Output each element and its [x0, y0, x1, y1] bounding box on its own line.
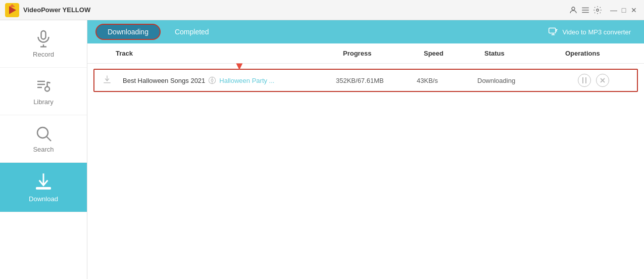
converter-button[interactable]: Video to MP3 converter — [543, 25, 636, 39]
pause-button[interactable] — [578, 74, 591, 87]
title-bar: VideoPower YELLOW — □ ✕ — [0, 0, 644, 20]
sidebar-record-label: Record — [33, 51, 54, 58]
sidebar-item-download[interactable]: Download — [0, 163, 87, 212]
table-row: Best Halloween Songs 2021 Halloween Part… — [93, 69, 638, 92]
row-download-icon — [103, 75, 123, 86]
converter-icon — [548, 27, 558, 37]
svg-point-17 — [37, 127, 48, 138]
track-cell: Best Halloween Songs 2021 Halloween Part… — [123, 76, 336, 84]
svg-rect-20 — [549, 28, 556, 33]
library-icon — [34, 77, 53, 95]
mic-icon — [34, 29, 53, 48]
svg-point-7 — [597, 9, 599, 11]
app-title: VideoPower YELLOW — [23, 6, 568, 14]
sidebar-item-library[interactable]: Library — [0, 68, 87, 115]
app-logo — [5, 3, 19, 17]
col-speed: Speed — [424, 48, 484, 59]
main-content: Downloading Completed Video to MP3 conve… — [87, 20, 644, 279]
col-progress: Progress — [343, 48, 424, 59]
col-operations: Operations — [565, 48, 636, 59]
converter-label: Video to MP3 converter — [562, 28, 631, 36]
app-body: Record Library Search — [0, 20, 644, 279]
sidebar-library-label: Library — [33, 98, 54, 106]
close-button[interactable]: ✕ — [629, 5, 639, 15]
col-track: Track — [116, 48, 343, 59]
svg-line-18 — [47, 137, 51, 141]
speed-cell: 43KB/s — [417, 77, 477, 84]
tab-downloading[interactable]: Downloading — [95, 24, 161, 40]
list-button[interactable] — [580, 5, 590, 15]
col-icon — [95, 48, 116, 59]
progress-cell: 352KB/67.61MB — [336, 77, 417, 84]
cancel-button[interactable] — [596, 74, 609, 87]
download-icon — [33, 172, 54, 192]
svg-point-3 — [572, 7, 575, 10]
profile-button[interactable] — [568, 5, 578, 15]
svg-point-23 — [211, 79, 213, 81]
settings-button[interactable] — [592, 5, 603, 15]
table-header: Track Progress Speed Status Operations — [87, 43, 644, 64]
down-arrow-icon: ▼ — [234, 60, 245, 73]
sidebar-search-label: Search — [33, 146, 54, 153]
track-name: Best Halloween Songs 2021 — [123, 77, 205, 84]
sidebar: Record Library Search — [0, 20, 87, 279]
svg-rect-8 — [41, 31, 46, 39]
sidebar-download-label: Download — [29, 195, 58, 203]
svg-point-14 — [45, 87, 49, 91]
svg-rect-19 — [36, 187, 51, 190]
svg-line-16 — [47, 82, 51, 83]
sidebar-item-record[interactable]: Record — [0, 20, 87, 68]
maximize-button[interactable]: □ — [619, 5, 629, 15]
table-area: Track Progress Speed Status Operations ▼ — [87, 43, 644, 279]
tab-completed[interactable]: Completed — [164, 25, 220, 39]
status-cell: Downloading — [477, 77, 558, 84]
minimize-button[interactable]: — — [609, 5, 619, 15]
operations-cell — [558, 74, 629, 87]
track-playlist: Halloween Party ... — [219, 77, 274, 84]
tab-bar: Downloading Completed Video to MP3 conve… — [87, 20, 644, 43]
playlist-icon — [208, 76, 216, 84]
search-icon — [34, 124, 53, 143]
sidebar-item-search[interactable]: Search — [0, 115, 87, 163]
col-status: Status — [484, 48, 565, 59]
